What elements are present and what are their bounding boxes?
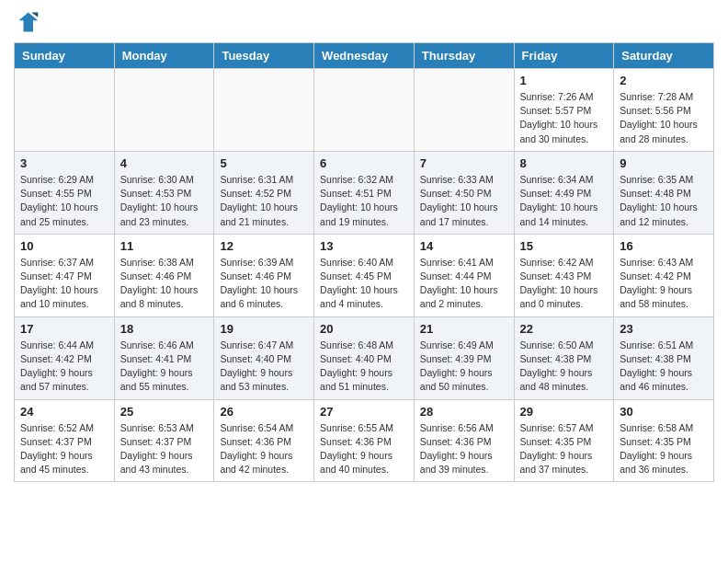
day-cell: 7Sunrise: 6:33 AM Sunset: 4:50 PM Daylig… bbox=[414, 151, 514, 234]
day-info: Sunrise: 6:31 AM Sunset: 4:52 PM Dayligh… bbox=[220, 173, 308, 229]
col-header-friday: Friday bbox=[514, 43, 614, 69]
day-cell: 11Sunrise: 6:38 AM Sunset: 4:46 PM Dayli… bbox=[114, 234, 214, 316]
day-cell: 26Sunrise: 6:54 AM Sunset: 4:36 PM Dayli… bbox=[214, 399, 314, 482]
day-cell bbox=[15, 69, 115, 152]
day-cell: 13Sunrise: 6:40 AM Sunset: 4:45 PM Dayli… bbox=[314, 234, 415, 316]
day-cell bbox=[414, 69, 514, 152]
day-number: 17 bbox=[20, 322, 108, 336]
day-cell: 16Sunrise: 6:43 AM Sunset: 4:42 PM Dayli… bbox=[614, 234, 714, 316]
day-cell: 12Sunrise: 6:39 AM Sunset: 4:46 PM Dayli… bbox=[214, 234, 314, 316]
day-info: Sunrise: 6:35 AM Sunset: 4:48 PM Dayligh… bbox=[620, 173, 708, 229]
day-info: Sunrise: 6:37 AM Sunset: 4:47 PM Dayligh… bbox=[20, 256, 108, 312]
day-info: Sunrise: 6:52 AM Sunset: 4:37 PM Dayligh… bbox=[20, 421, 108, 477]
day-number: 28 bbox=[420, 405, 508, 419]
day-number: 6 bbox=[320, 156, 408, 170]
day-info: Sunrise: 6:40 AM Sunset: 4:45 PM Dayligh… bbox=[320, 256, 408, 312]
week-row-5: 24Sunrise: 6:52 AM Sunset: 4:37 PM Dayli… bbox=[15, 399, 714, 482]
day-number: 8 bbox=[520, 156, 609, 170]
day-number: 30 bbox=[620, 405, 708, 419]
day-cell: 18Sunrise: 6:46 AM Sunset: 4:41 PM Dayli… bbox=[114, 316, 214, 399]
day-number: 23 bbox=[620, 322, 708, 336]
day-info: Sunrise: 6:39 AM Sunset: 4:46 PM Dayligh… bbox=[220, 256, 308, 312]
day-number: 29 bbox=[520, 405, 609, 419]
day-info: Sunrise: 6:34 AM Sunset: 4:49 PM Dayligh… bbox=[520, 173, 609, 229]
day-cell: 28Sunrise: 6:56 AM Sunset: 4:36 PM Dayli… bbox=[414, 399, 514, 482]
day-number: 16 bbox=[620, 239, 708, 253]
day-cell: 14Sunrise: 6:41 AM Sunset: 4:44 PM Dayli… bbox=[414, 234, 514, 316]
header bbox=[14, 9, 714, 35]
day-info: Sunrise: 6:50 AM Sunset: 4:38 PM Dayligh… bbox=[520, 339, 609, 395]
day-number: 13 bbox=[320, 239, 408, 253]
day-cell: 24Sunrise: 6:52 AM Sunset: 4:37 PM Dayli… bbox=[15, 399, 115, 482]
day-number: 4 bbox=[120, 156, 209, 170]
day-number: 25 bbox=[120, 405, 209, 419]
day-info: Sunrise: 6:46 AM Sunset: 4:41 PM Dayligh… bbox=[120, 339, 209, 395]
day-info: Sunrise: 6:42 AM Sunset: 4:43 PM Dayligh… bbox=[520, 256, 609, 312]
week-row-1: 1Sunrise: 7:26 AM Sunset: 5:57 PM Daylig… bbox=[15, 69, 714, 152]
day-cell: 20Sunrise: 6:48 AM Sunset: 4:40 PM Dayli… bbox=[314, 316, 415, 399]
day-cell: 30Sunrise: 6:58 AM Sunset: 4:35 PM Dayli… bbox=[614, 399, 714, 482]
day-number: 27 bbox=[320, 405, 408, 419]
day-info: Sunrise: 6:33 AM Sunset: 4:50 PM Dayligh… bbox=[420, 173, 508, 229]
day-info: Sunrise: 6:41 AM Sunset: 4:44 PM Dayligh… bbox=[420, 256, 508, 312]
logo-icon bbox=[14, 9, 40, 35]
week-row-3: 10Sunrise: 6:37 AM Sunset: 4:47 PM Dayli… bbox=[15, 234, 714, 316]
week-row-4: 17Sunrise: 6:44 AM Sunset: 4:42 PM Dayli… bbox=[15, 316, 714, 399]
col-header-monday: Monday bbox=[114, 43, 214, 69]
day-cell: 1Sunrise: 7:26 AM Sunset: 5:57 PM Daylig… bbox=[514, 69, 614, 152]
day-number: 19 bbox=[220, 322, 308, 336]
day-info: Sunrise: 6:56 AM Sunset: 4:36 PM Dayligh… bbox=[420, 421, 508, 477]
day-number: 2 bbox=[620, 74, 708, 87]
day-cell: 29Sunrise: 6:57 AM Sunset: 4:35 PM Dayli… bbox=[514, 399, 614, 482]
day-number: 26 bbox=[220, 405, 308, 419]
col-header-thursday: Thursday bbox=[414, 43, 514, 69]
week-row-2: 3Sunrise: 6:29 AM Sunset: 4:55 PM Daylig… bbox=[15, 151, 714, 234]
logo bbox=[14, 9, 43, 35]
day-number: 22 bbox=[520, 322, 609, 336]
day-cell bbox=[314, 69, 415, 152]
day-info: Sunrise: 6:58 AM Sunset: 4:35 PM Dayligh… bbox=[620, 421, 708, 477]
day-cell: 3Sunrise: 6:29 AM Sunset: 4:55 PM Daylig… bbox=[15, 151, 115, 234]
col-header-saturday: Saturday bbox=[614, 43, 714, 69]
day-info: Sunrise: 6:51 AM Sunset: 4:38 PM Dayligh… bbox=[620, 339, 708, 395]
day-number: 7 bbox=[420, 156, 508, 170]
day-info: Sunrise: 6:30 AM Sunset: 4:53 PM Dayligh… bbox=[120, 173, 209, 229]
day-info: Sunrise: 6:53 AM Sunset: 4:37 PM Dayligh… bbox=[120, 421, 209, 477]
col-header-wednesday: Wednesday bbox=[314, 43, 415, 69]
day-number: 3 bbox=[20, 156, 108, 170]
day-info: Sunrise: 6:29 AM Sunset: 4:55 PM Dayligh… bbox=[20, 173, 108, 229]
day-info: Sunrise: 7:26 AM Sunset: 5:57 PM Dayligh… bbox=[520, 90, 609, 146]
day-number: 11 bbox=[120, 239, 209, 253]
day-info: Sunrise: 6:47 AM Sunset: 4:40 PM Dayligh… bbox=[220, 339, 308, 395]
header-row: SundayMondayTuesdayWednesdayThursdayFrid… bbox=[15, 43, 714, 69]
day-number: 12 bbox=[220, 239, 308, 253]
day-cell bbox=[114, 69, 214, 152]
day-cell: 19Sunrise: 6:47 AM Sunset: 4:40 PM Dayli… bbox=[214, 316, 314, 399]
page: SundayMondayTuesdayWednesdayThursdayFrid… bbox=[0, 0, 728, 491]
day-number: 24 bbox=[20, 405, 108, 419]
day-info: Sunrise: 6:38 AM Sunset: 4:46 PM Dayligh… bbox=[120, 256, 209, 312]
calendar-table: SundayMondayTuesdayWednesdayThursdayFrid… bbox=[14, 42, 714, 482]
day-cell: 2Sunrise: 7:28 AM Sunset: 5:56 PM Daylig… bbox=[614, 69, 714, 152]
day-info: Sunrise: 6:43 AM Sunset: 4:42 PM Dayligh… bbox=[620, 256, 708, 312]
day-info: Sunrise: 6:49 AM Sunset: 4:39 PM Dayligh… bbox=[420, 339, 508, 395]
day-number: 9 bbox=[620, 156, 708, 170]
col-header-tuesday: Tuesday bbox=[214, 43, 314, 69]
col-header-sunday: Sunday bbox=[15, 43, 115, 69]
day-number: 18 bbox=[120, 322, 209, 336]
day-number: 10 bbox=[20, 239, 108, 253]
day-cell: 15Sunrise: 6:42 AM Sunset: 4:43 PM Dayli… bbox=[514, 234, 614, 316]
day-number: 14 bbox=[420, 239, 508, 253]
day-cell: 17Sunrise: 6:44 AM Sunset: 4:42 PM Dayli… bbox=[15, 316, 115, 399]
day-info: Sunrise: 6:32 AM Sunset: 4:51 PM Dayligh… bbox=[320, 173, 408, 229]
day-info: Sunrise: 6:48 AM Sunset: 4:40 PM Dayligh… bbox=[320, 339, 408, 395]
day-cell: 6Sunrise: 6:32 AM Sunset: 4:51 PM Daylig… bbox=[314, 151, 415, 234]
day-info: Sunrise: 7:28 AM Sunset: 5:56 PM Dayligh… bbox=[620, 90, 708, 146]
day-cell: 8Sunrise: 6:34 AM Sunset: 4:49 PM Daylig… bbox=[514, 151, 614, 234]
day-cell: 10Sunrise: 6:37 AM Sunset: 4:47 PM Dayli… bbox=[15, 234, 115, 316]
day-info: Sunrise: 6:44 AM Sunset: 4:42 PM Dayligh… bbox=[20, 339, 108, 395]
day-number: 5 bbox=[220, 156, 308, 170]
day-cell: 22Sunrise: 6:50 AM Sunset: 4:38 PM Dayli… bbox=[514, 316, 614, 399]
day-cell: 23Sunrise: 6:51 AM Sunset: 4:38 PM Dayli… bbox=[614, 316, 714, 399]
day-info: Sunrise: 6:54 AM Sunset: 4:36 PM Dayligh… bbox=[220, 421, 308, 477]
